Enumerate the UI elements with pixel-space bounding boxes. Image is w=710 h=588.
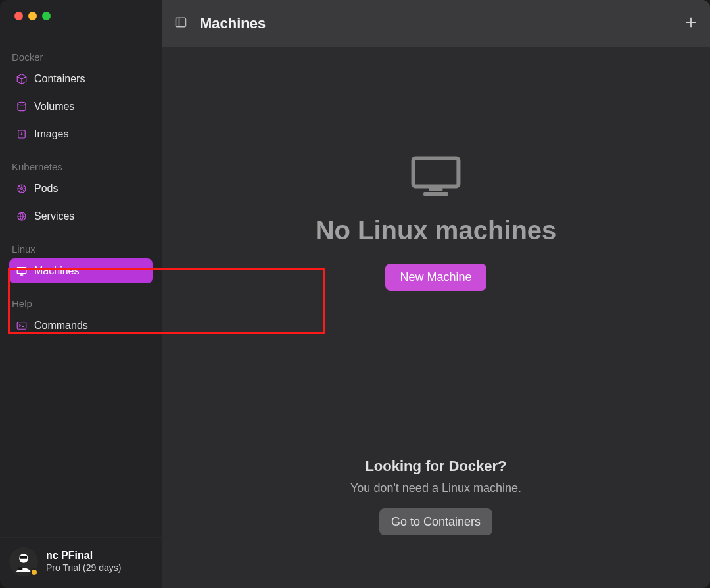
content: No Linux machines New Machine Looking fo…	[162, 47, 710, 588]
empty-title: No Linux machines	[316, 216, 557, 245]
sidebar-item-images[interactable]: Images	[9, 122, 153, 147]
nav-sections: Docker Containers Volumes Images Kube	[0, 39, 162, 537]
window-controls	[0, 0, 162, 39]
section-header-help: Help	[9, 286, 153, 313]
docker-hint: Looking for Docker? You don't need a Lin…	[350, 458, 521, 568]
helm-icon	[16, 183, 28, 195]
minimize-window-button[interactable]	[28, 12, 37, 20]
section-header-docker: Docker	[9, 39, 153, 66]
sidebar-item-pods[interactable]: Pods	[9, 176, 153, 201]
sidebar-item-machines[interactable]: Machines	[9, 258, 153, 283]
title-bar: Machines	[162, 0, 710, 47]
globe-icon	[16, 210, 28, 222]
cube-icon	[16, 73, 28, 85]
monitor-large-icon	[408, 153, 464, 203]
sidebar-item-containers[interactable]: Containers	[9, 66, 153, 91]
plus-icon	[684, 15, 698, 30]
close-window-button[interactable]	[14, 12, 23, 20]
svg-rect-9	[18, 568, 23, 570]
docker-hint-subtitle: You don't need a Linux machine.	[350, 481, 521, 495]
app-window: Docker Containers Volumes Images Kube	[0, 0, 710, 588]
svg-rect-12	[429, 187, 443, 191]
user-info: nc PFinal Pro Trial (29 days)	[46, 549, 121, 574]
sidebar: Docker Containers Volumes Images Kube	[0, 0, 162, 588]
sidebar-item-label: Pods	[34, 183, 58, 195]
svg-rect-6	[17, 322, 26, 330]
monitor-icon	[16, 265, 28, 277]
avatar	[9, 547, 38, 576]
svg-rect-11	[414, 158, 459, 186]
maximize-window-button[interactable]	[42, 12, 51, 20]
sidebar-item-services[interactable]: Services	[9, 204, 153, 229]
svg-rect-13	[423, 192, 448, 196]
add-button[interactable]	[684, 15, 698, 32]
sidebar-item-volumes[interactable]: Volumes	[9, 94, 153, 119]
main-panel: Machines No Linux machines New Machine L…	[162, 0, 710, 588]
sidebar-item-label: Machines	[34, 265, 79, 277]
user-name: nc PFinal	[46, 549, 121, 562]
section-header-linux: Linux	[9, 232, 153, 258]
svg-rect-8	[20, 556, 27, 559]
new-machine-button[interactable]: New Machine	[385, 264, 486, 291]
sidebar-item-label: Images	[34, 128, 68, 140]
archive-icon	[16, 128, 28, 140]
svg-rect-10	[176, 18, 186, 26]
sidebar-item-commands[interactable]: Commands	[9, 313, 153, 338]
section-header-kubernetes: Kubernetes	[9, 149, 153, 176]
terminal-icon	[16, 320, 28, 331]
page-title: Machines	[200, 15, 672, 32]
panel-left-icon	[174, 16, 188, 29]
sidebar-item-label: Containers	[34, 73, 85, 85]
empty-state: No Linux machines New Machine	[316, 153, 557, 291]
svg-point-0	[18, 102, 26, 105]
svg-rect-5	[17, 268, 26, 274]
sidebar-toggle-button[interactable]	[174, 16, 188, 32]
user-footer[interactable]: nc PFinal Pro Trial (29 days)	[0, 537, 162, 588]
go-to-containers-button[interactable]: Go to Containers	[379, 508, 492, 535]
disk-icon	[16, 101, 28, 112]
sidebar-item-label: Services	[34, 210, 74, 222]
svg-point-3	[21, 188, 23, 190]
sidebar-item-label: Volumes	[34, 101, 74, 112]
status-dot	[30, 568, 38, 576]
sidebar-item-label: Commands	[34, 320, 88, 331]
docker-hint-title: Looking for Docker?	[365, 458, 506, 475]
user-plan: Pro Trial (29 days)	[46, 562, 121, 574]
